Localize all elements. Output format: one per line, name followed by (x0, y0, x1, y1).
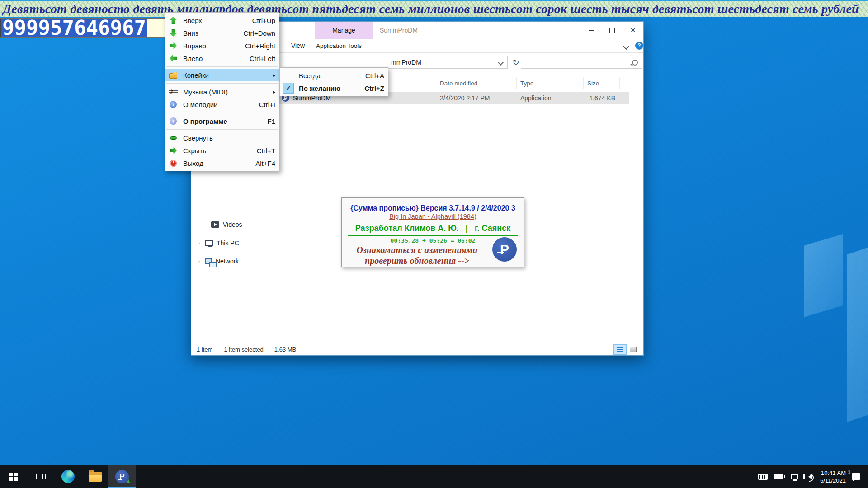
submenu-item-always[interactable]: Всегда Ctrl+A (280, 69, 388, 82)
update-link[interactable]: Ознакомиться с изменениями проверить обн… (342, 244, 492, 266)
keyboard-icon (758, 474, 768, 480)
details-view-icon (617, 347, 623, 352)
about-dialog: {Сумма прописью} Версия 3.7.14.9 / 2/4/2… (341, 197, 524, 267)
arrow-left-icon (168, 55, 178, 62)
file-type: Application (517, 94, 584, 102)
exit-icon (168, 160, 178, 167)
taskbar-clock[interactable]: 10:41 AM 6/11/2021 (820, 469, 846, 484)
green-rule (348, 221, 518, 221)
sidebar-item-network[interactable]: › Network (198, 254, 239, 268)
about-title: {Сумма прописью} Версия 3.7.14.9 / 2/4/2… (342, 204, 524, 212)
file-date: 2/4/2020 2:17 PM (436, 94, 517, 102)
touch-keyboard-button[interactable] (757, 465, 769, 488)
minimize-button[interactable] (581, 22, 602, 39)
sidebar-item-videos[interactable]: Videos (211, 218, 242, 231)
menu-item-about-program[interactable]: ? О программе F1 (165, 115, 279, 127)
arrow-right-icon (168, 42, 178, 49)
sum-in-words-text: Девятьсот девяносто девять миллиардов де… (0, 2, 859, 16)
ribbon-collapse-icon[interactable] (623, 43, 629, 50)
close-button[interactable]: × (623, 22, 643, 39)
notification-badge: 1 (848, 470, 851, 475)
amount-selected-text: 999957646967 (1, 19, 147, 37)
search-icon (632, 60, 638, 66)
song-link[interactable]: Big In Japan - Alphavill (1984) (342, 213, 524, 220)
sum-in-words-bar: Девятьсот девяносто девять миллиардов де… (0, 0, 868, 17)
folder-icon (89, 472, 102, 482)
ethernet-icon (791, 474, 798, 479)
tab-application-tools[interactable]: Application Tools (316, 39, 362, 52)
menu-separator (166, 83, 278, 84)
kopecks-submenu: Всегда Ctrl+A ✓ По желанию Ctrl+Z (279, 67, 388, 96)
tab-view[interactable]: View (291, 39, 305, 52)
arrow-up-icon (168, 17, 178, 24)
videos-icon (211, 221, 219, 228)
edge-icon (61, 470, 75, 483)
music-staff-icon: ♪ (168, 89, 178, 95)
clock-time: 10:41 AM (820, 469, 846, 477)
ruble-logo-button[interactable]: P (492, 237, 517, 262)
action-center-button[interactable]: 1 (850, 465, 862, 488)
speaker-icon (808, 474, 812, 479)
menu-item-about-melody[interactable]: i О мелодии Ctrl+I (165, 98, 279, 111)
battery-button[interactable] (773, 465, 784, 488)
thumbnails-view-icon (630, 347, 637, 352)
menu-item-left[interactable]: Влево Ctrl+Left (165, 52, 279, 65)
menu-item-up[interactable]: Вверх Ctrl+Up (165, 14, 279, 27)
search-input[interactable] (521, 56, 642, 69)
minimize-icon (589, 30, 594, 31)
minimize-pill-icon (168, 136, 178, 140)
address-dropdown-icon[interactable] (498, 60, 504, 66)
wallpaper-light-beam (847, 236, 868, 422)
submenu-item-on-demand[interactable]: ✓ По желанию Ctrl+Z (280, 82, 388, 94)
menu-item-hide[interactable]: Скрыть Ctrl+T (165, 144, 279, 157)
menu-item-right[interactable]: Вправо Ctrl+Right (165, 39, 279, 52)
thumbnails-view-button[interactable] (627, 344, 640, 355)
menu-separator (166, 113, 278, 113)
volume-button[interactable] (804, 465, 816, 488)
maximize-icon (609, 28, 615, 33)
submenu-arrow-icon: ▸ (270, 73, 275, 78)
wallpaper-light-beam (804, 234, 843, 317)
task-view-button[interactable] (27, 465, 54, 488)
menu-separator (166, 66, 278, 67)
question-icon: ? (168, 117, 178, 125)
task-view-icon (36, 473, 46, 480)
menu-item-kopecks[interactable]: Копейки ▸ (165, 69, 279, 81)
file-size: 1,674 KB (584, 94, 620, 102)
this-pc-icon (205, 240, 213, 246)
network-tray-button[interactable] (788, 465, 800, 488)
address-bar[interactable]: mmProDM (283, 56, 508, 69)
column-type[interactable]: Type (517, 77, 584, 89)
info-icon: i (168, 101, 178, 108)
column-date-modified[interactable]: Date modified (436, 77, 517, 89)
sidebar-item-this-pc[interactable]: › This PC (198, 236, 239, 250)
expand-chevron-icon[interactable]: › (198, 258, 205, 264)
manage-ribbon-group[interactable]: Manage (315, 22, 373, 39)
edge-button[interactable] (54, 465, 81, 488)
screen: Девятьсот девяносто девять миллиардов де… (0, 0, 868, 488)
summprodm-app-button[interactable]: P (108, 465, 136, 488)
network-icon (205, 258, 212, 264)
expand-chevron-icon[interactable]: › (198, 240, 205, 246)
column-size[interactable]: Size (584, 77, 620, 89)
coins-icon (168, 72, 178, 79)
hide-arrow-icon (168, 147, 178, 154)
details-view-button[interactable] (613, 344, 627, 355)
start-button[interactable] (0, 465, 27, 488)
menu-item-music[interactable]: ♪ Музыка (MIDI) ▸ (165, 85, 279, 98)
menu-item-down[interactable]: Вниз Ctrl+Down (165, 27, 279, 39)
amount-input[interactable]: 999957646967 (0, 18, 166, 38)
address-text: mmProDM (283, 59, 421, 66)
menu-item-exit[interactable]: Выход Alt+F4 (165, 157, 279, 169)
context-menu: Вверх Ctrl+Up Вниз Ctrl+Down Вправо Ctrl… (165, 12, 279, 171)
taskbar: P 10:41 AM 6/11/2021 1 (0, 465, 868, 488)
help-icon[interactable]: ? (635, 42, 643, 50)
file-explorer-button[interactable] (81, 465, 108, 488)
menu-item-minimize[interactable]: Свернуть (165, 131, 279, 144)
windows-logo-icon (9, 473, 18, 481)
item-count: 1 item (191, 346, 218, 353)
window-title: SummProDM (380, 22, 418, 39)
maximize-button[interactable] (602, 22, 623, 39)
checkmark-icon: ✓ (283, 83, 294, 94)
developer-line: Разработал Климов А. Ю. | г. Саянск (342, 224, 524, 233)
